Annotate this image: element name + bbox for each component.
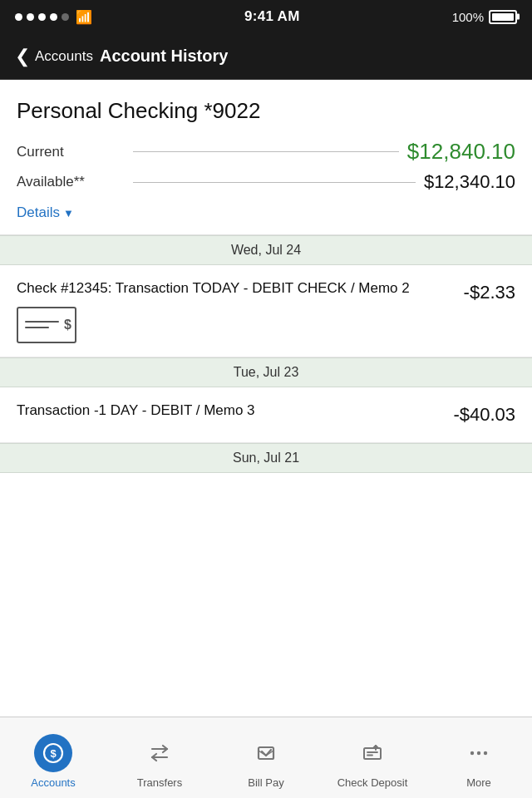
check-image-icon: $ xyxy=(17,307,76,343)
tab-accounts[interactable]: $ Accounts xyxy=(0,717,106,798)
transaction-item[interactable]: Check #12345: Transaction TODAY - DEBIT … xyxy=(0,265,532,357)
current-balance-row: Current $12,840.10 xyxy=(17,139,515,165)
tab-bar: $ Accounts Transfers Bill P xyxy=(0,717,532,798)
current-amount: $12,840.10 xyxy=(407,139,515,165)
available-label: Available** xyxy=(17,174,125,190)
accounts-icon: $ xyxy=(42,742,64,764)
transaction-item[interactable]: Transaction -1 DAY - DEBIT / Memo 3 -$40… xyxy=(0,387,532,443)
tab-checkdeposit-label: Check Deposit xyxy=(337,776,408,789)
nav-title: Account History xyxy=(100,47,228,66)
status-time: 9:41 AM xyxy=(244,8,300,25)
available-balance-row: Available** $12,340.10 xyxy=(17,171,515,193)
account-name: Personal Checking *9022 xyxy=(17,98,515,124)
wifi-icon: 📶 xyxy=(76,9,92,25)
checkdeposit-icon-wrap xyxy=(353,734,392,772)
date-header-wed: Wed, Jul 24 xyxy=(0,235,532,265)
transfers-icon xyxy=(149,742,170,764)
transaction-left: Check #12345: Transaction TODAY - DEBIT … xyxy=(17,278,454,343)
more-icon xyxy=(468,742,490,764)
tab-billpay[interactable]: Bill Pay xyxy=(213,717,319,798)
current-label: Current xyxy=(17,144,125,160)
transaction-amount: -$40.03 xyxy=(453,401,515,426)
details-link[interactable]: Details ▼ xyxy=(17,204,74,221)
transaction-desc: Transaction -1 DAY - DEBIT / Memo 3 xyxy=(17,401,443,421)
back-chevron-icon: ❮ xyxy=(15,47,30,66)
svg-rect-5 xyxy=(364,748,381,759)
billpay-icon xyxy=(255,742,277,764)
back-button[interactable]: ❮ Accounts xyxy=(15,47,93,66)
tab-checkdeposit[interactable]: Check Deposit xyxy=(319,717,426,798)
transaction-left: Transaction -1 DAY - DEBIT / Memo 3 xyxy=(17,401,443,429)
tab-more-label: More xyxy=(466,776,491,789)
transaction-desc: Check #12345: Transaction TODAY - DEBIT … xyxy=(17,278,454,298)
details-label: Details xyxy=(17,204,60,221)
tab-transfers-label: Transfers xyxy=(137,776,182,789)
status-right: 100% xyxy=(452,10,517,24)
date-header-tue: Tue, Jul 23 xyxy=(0,357,532,387)
tab-transfers[interactable]: Transfers xyxy=(106,717,213,798)
date-header-sun: Sun, Jul 21 xyxy=(0,443,532,473)
checkdeposit-icon xyxy=(362,742,383,764)
transfers-icon-wrap xyxy=(140,734,179,772)
account-section: Personal Checking *9022 Current $12,840.… xyxy=(0,80,532,235)
tab-more[interactable]: More xyxy=(426,717,532,798)
nav-bar: ❮ Accounts Account History xyxy=(0,33,532,80)
available-line xyxy=(133,182,416,183)
battery-icon xyxy=(489,10,517,24)
back-label: Accounts xyxy=(35,48,93,65)
available-amount: $12,340.10 xyxy=(424,171,515,193)
signal-dots xyxy=(15,13,69,21)
status-bar: 📶 9:41 AM 100% xyxy=(0,0,532,33)
billpay-icon-wrap xyxy=(247,734,285,772)
battery-percent: 100% xyxy=(452,10,484,24)
tab-billpay-label: Bill Pay xyxy=(248,776,283,789)
svg-text:$: $ xyxy=(50,747,57,760)
svg-point-9 xyxy=(470,751,474,754)
details-arrow-icon: ▼ xyxy=(63,207,74,219)
tab-accounts-label: Accounts xyxy=(31,776,75,789)
svg-point-10 xyxy=(477,751,480,754)
transaction-amount: -$2.33 xyxy=(464,278,515,303)
status-left: 📶 xyxy=(15,9,92,25)
current-line xyxy=(133,151,399,152)
svg-point-11 xyxy=(484,751,487,754)
more-icon-wrap xyxy=(460,734,498,772)
accounts-icon-wrap: $ xyxy=(34,734,72,772)
